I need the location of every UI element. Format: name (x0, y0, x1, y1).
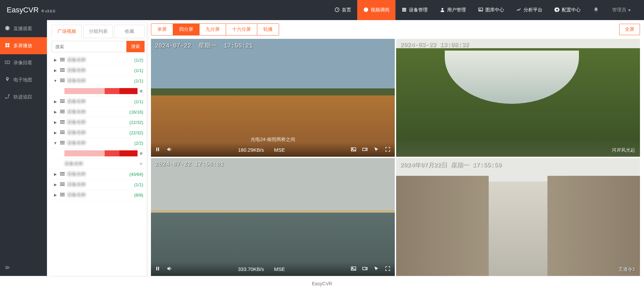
sidebar-item-1[interactable]: 多屏播放 (0, 37, 47, 54)
sidebar: 直播观看多屏播放录像回看电子地图轨迹追踪 (0, 20, 47, 276)
video-bitrate: 180.29KB/s (238, 147, 264, 153)
search-input[interactable] (52, 41, 126, 52)
device-list-icon (60, 171, 65, 177)
tree-item-label: 设备名称 (67, 130, 128, 136)
nav-item-label: 图库中心 (485, 7, 504, 13)
user-icon (440, 7, 445, 13)
star-icon[interactable]: ★ (139, 150, 143, 156)
search-button[interactable]: 搜索 (126, 41, 145, 52)
star-icon[interactable]: ★ (139, 161, 143, 167)
video-cell-3[interactable]: 2024年07月22日 星期一 17:55:59五道令1 (396, 158, 640, 276)
admin-menu[interactable]: 管理员 ▾ (605, 7, 637, 13)
layout-button-1[interactable]: 四分屏 (173, 24, 200, 35)
tree-row[interactable]: ▶设备名称(43/64) (52, 169, 145, 179)
snapshot-button[interactable] (351, 266, 357, 273)
record-button[interactable] (362, 146, 368, 153)
tree-arrow-icon: ▶ (53, 68, 58, 73)
tree-count: (1/1) (134, 68, 143, 73)
tree-item-label: 设备名称 (67, 171, 128, 177)
record-button[interactable] (362, 266, 368, 273)
nav-item-2[interactable]: 设备管理 (395, 0, 434, 20)
tree-row[interactable]: ★ (52, 86, 145, 96)
fullscreen-cell-button[interactable] (385, 146, 391, 153)
tree-row[interactable]: ▼设备名称(2/2) (52, 138, 145, 148)
svg-point-17 (5, 97, 6, 98)
sidebar-item-4[interactable]: 轨迹追踪 (0, 88, 47, 105)
nav-item-6[interactable]: 配置中心 (548, 0, 587, 20)
nav-item-3[interactable]: 用户管理 (434, 0, 472, 20)
tree-count: (22/32) (129, 120, 143, 125)
sidebar-item-label: 轨迹追踪 (13, 94, 32, 100)
tree-row[interactable]: 设备名称★ (52, 159, 145, 169)
video-timestamp: 2024-07-22 17:56:01 (155, 161, 224, 167)
device-tree: ▶设备名称(1/2)▶设备名称(1/1)▼设备名称(1/1)★▶设备名称(1/1… (50, 55, 147, 276)
nav-item-0[interactable]: 首页 (328, 0, 357, 20)
svg-rect-19 (5, 266, 8, 267)
pointer-button[interactable] (373, 266, 379, 273)
tree-count: (1/2) (134, 58, 143, 63)
tree-row[interactable]: ▼设备名称(1/1) (52, 76, 145, 86)
video-caption: 河岸风光起 (612, 147, 635, 153)
nav-item-label: 用户管理 (447, 7, 466, 13)
video-codec: MSE (274, 266, 285, 272)
layout-button-2[interactable]: 九分屏 (200, 24, 226, 35)
map-icon (5, 77, 10, 83)
tree-row[interactable]: ★ (52, 148, 145, 159)
fullscreen-cell-button[interactable] (385, 266, 391, 273)
tree-arrow-icon: ▶ (53, 183, 58, 187)
tree-row[interactable]: ▶设备名称(22/32) (52, 117, 145, 128)
tree-panel: 广场视频分组列表收藏 搜索 ▶设备名称(1/2)▶设备名称(1/1)▼设备名称(… (50, 23, 147, 276)
svg-rect-14 (8, 46, 9, 47)
tree-item-label (64, 88, 138, 94)
tree-arrow-icon: ▼ (53, 79, 58, 83)
svg-rect-22 (156, 147, 157, 151)
volume-button[interactable] (166, 266, 172, 273)
nav-item-5[interactable]: 分析平台 (510, 0, 548, 20)
layout-button-0[interactable]: 单屏 (151, 24, 173, 35)
tree-row[interactable]: ▶设备名称(22/32) (52, 128, 145, 138)
nav-item-1[interactable]: 视频调阅 (357, 0, 395, 20)
video-cell-2[interactable]: 2024-07-22 17:56:01 333.70KB/s MSE (151, 158, 395, 276)
collapse-sidebar-icon[interactable] (0, 260, 47, 276)
tree-row[interactable]: ▶设备名称(1/2) (52, 55, 145, 65)
tree-tab-0[interactable]: 广场视频 (52, 25, 82, 38)
tree-item-label: 设备名称 (67, 98, 133, 104)
tree-count: (8/8) (134, 193, 143, 198)
tree-row[interactable]: ▶设备名称(1/1) (52, 96, 145, 107)
tree-row[interactable]: ▶设备名称(1/1) (52, 65, 145, 76)
fullscreen-button[interactable]: 全屏 (619, 24, 640, 35)
svg-rect-26 (363, 148, 366, 151)
tree-count: (43/64) (129, 172, 143, 177)
tree-arrow-icon: ▶ (53, 131, 58, 135)
device-list-icon (60, 140, 65, 146)
pointer-button[interactable] (373, 146, 379, 153)
pause-button[interactable] (155, 147, 160, 153)
tree-row[interactable]: ▶设备名称(8/8) (52, 190, 145, 200)
star-icon[interactable]: ★ (139, 88, 143, 94)
sidebar-item-2[interactable]: 录像回看 (0, 54, 47, 71)
play-icon (363, 7, 369, 13)
tree-row[interactable]: ▶设备名称(16/16) (52, 107, 145, 117)
pause-button[interactable] (155, 266, 160, 272)
video-codec: MSE (274, 147, 285, 153)
snapshot-button[interactable] (351, 146, 357, 153)
bell-icon[interactable] (587, 7, 605, 13)
layout-button-4[interactable]: 轮播 (257, 24, 279, 35)
tree-tab-2[interactable]: 收藏 (114, 25, 145, 38)
gear-icon (554, 7, 560, 13)
video-cell-0[interactable]: 2024-07-22 星期一 17:55:21 180.29KB/s MSE 光… (151, 39, 395, 157)
sidebar-item-0[interactable]: 直播观看 (0, 20, 47, 37)
video-cell-1[interactable]: 2024-03-22 13:08:32 河岸风光起 (396, 39, 640, 157)
device-list-icon (60, 99, 65, 104)
tree-tab-1[interactable]: 分组列表 (83, 25, 113, 38)
volume-button[interactable] (166, 146, 172, 153)
tree-row[interactable]: ▶设备名称(1/1) (52, 179, 145, 190)
tree-item-label (64, 150, 138, 156)
gallery-icon (478, 7, 483, 13)
tree-count: (16/16) (129, 110, 143, 115)
nav-item-4[interactable]: 图库中心 (472, 0, 510, 20)
video-feed (396, 39, 640, 157)
svg-rect-28 (158, 267, 159, 270)
sidebar-item-3[interactable]: 电子地图 (0, 71, 47, 88)
layout-button-3[interactable]: 十六分屏 (226, 24, 257, 35)
